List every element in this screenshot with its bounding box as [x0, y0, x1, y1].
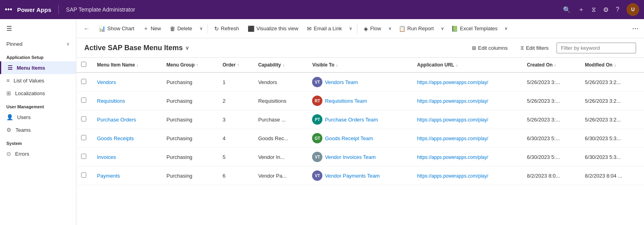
team-link[interactable]: Vendors Team — [325, 79, 358, 85]
run-report-dropdown[interactable]: ∨ — [438, 23, 446, 33]
filter-icon[interactable]: ⧖ — [592, 6, 596, 13]
cell-created-on: 5/26/2023 3:... — [522, 110, 580, 129]
table-row: Vendors Purchasing 1 Vendors VT Vendors … — [76, 72, 644, 92]
sidebar-item-users[interactable]: 👤 Users — [0, 111, 76, 123]
email-link-button[interactable]: ✉ Email a Link — [303, 23, 346, 34]
sidebar-item-list-of-values[interactable]: ≡ List of Values — [0, 74, 76, 87]
menu-item-link[interactable]: Invoices — [97, 154, 116, 160]
sidebar-toggle[interactable]: ☰ — [0, 19, 76, 38]
email-dropdown[interactable]: ∨ — [347, 23, 355, 33]
row-select-checkbox[interactable] — [81, 172, 86, 178]
menu-item-link[interactable]: Goods Receipts — [97, 135, 134, 141]
row-checkbox-cell[interactable] — [76, 110, 92, 129]
row-select-checkbox[interactable] — [81, 154, 86, 159]
row-checkbox-cell[interactable] — [76, 92, 92, 110]
sort-created-on: ↓ — [554, 63, 556, 67]
col-order[interactable]: Order ↑ — [218, 58, 253, 72]
header-checkbox-col[interactable] — [76, 58, 92, 72]
cell-modified-on: 6/30/2023 5:3... — [580, 148, 644, 166]
waffle-icon[interactable]: ••• — [5, 6, 12, 14]
row-select-checkbox[interactable] — [81, 116, 86, 121]
url-link[interactable]: https://apps.powerapps.com/play/ — [417, 80, 488, 85]
cell-modified-on: 5/26/2023 3:2... — [580, 92, 644, 110]
cell-capability: Vendor Pa... — [253, 166, 307, 185]
url-link[interactable]: https://apps.powerapps.com/play/ — [417, 173, 488, 179]
row-checkbox-cell[interactable] — [76, 129, 92, 148]
sidebar-menu-items-label: Menu Items — [17, 65, 45, 71]
sort-capability: ↓ — [283, 63, 285, 67]
edit-columns-button[interactable]: ⊞ Edit columns — [467, 43, 512, 53]
team-avatar: VT — [312, 170, 322, 181]
row-checkbox-cell[interactable] — [76, 166, 92, 185]
team-link[interactable]: Goods Receipt Team — [325, 135, 373, 141]
visualize-button[interactable]: ⬛ Visualize this view — [244, 23, 302, 34]
url-link[interactable]: https://apps.powerapps.com/play/ — [417, 136, 488, 141]
sidebar-item-localizations[interactable]: ⊞ Localizations — [0, 87, 76, 100]
cell-order: 1 — [218, 72, 253, 92]
col-menu-group[interactable]: Menu Group ↑ — [162, 58, 218, 72]
row-select-checkbox[interactable] — [81, 79, 86, 84]
flow-icon: ◈ — [364, 25, 368, 32]
team-link[interactable]: Vendor Invoices Team — [325, 154, 376, 160]
refresh-icon: ↻ — [214, 25, 219, 32]
menu-items-table: Menu Item Name ↓ Menu Group ↑ — [76, 58, 644, 185]
menu-item-link[interactable]: Requisitions — [97, 98, 125, 104]
cell-order: 3 — [218, 110, 253, 129]
flow-dropdown[interactable]: ∨ — [386, 23, 394, 33]
new-button[interactable]: ＋ New — [139, 23, 165, 35]
sidebar-item-teams[interactable]: ⚙ Teams — [0, 123, 76, 136]
run-report-button[interactable]: 📋 Run Report — [395, 23, 438, 34]
keyword-filter-input[interactable] — [557, 43, 636, 53]
col-capability[interactable]: Capability ↓ — [253, 58, 307, 72]
col-menu-item-name[interactable]: Menu Item Name ↓ — [92, 58, 162, 72]
user-avatar[interactable]: U — [627, 3, 639, 16]
row-checkbox-cell[interactable] — [76, 148, 92, 166]
run-report-icon: 📋 — [399, 25, 405, 32]
col-modified-on[interactable]: Modified On ↓ — [580, 58, 644, 72]
excel-dropdown[interactable]: ∨ — [502, 23, 510, 33]
table-row: Goods Receipts Purchasing 4 Goods Rec...… — [76, 129, 644, 148]
more-options-button[interactable]: ⋯ — [630, 22, 641, 35]
back-button[interactable]: ← — [80, 23, 94, 35]
sort-modified-on: ↓ — [614, 63, 616, 67]
col-application-url[interactable]: Application URL ↓ — [412, 58, 522, 72]
cell-menu-item-name: Payments — [92, 166, 162, 185]
select-all-checkbox[interactable] — [81, 62, 86, 67]
row-checkbox-cell[interactable] — [76, 72, 92, 92]
settings-icon[interactable]: ⚙ — [603, 6, 609, 14]
excel-templates-button[interactable]: 📗 Excel Templates — [447, 23, 501, 34]
cell-menu-group: Purchasing — [162, 92, 218, 110]
cell-application-url: https://apps.powerapps.com/play/ — [412, 166, 522, 185]
team-link[interactable]: Purchase Orders Team — [325, 117, 378, 123]
cell-menu-item-name: Goods Receipts — [92, 129, 162, 148]
team-link[interactable]: Requisitions Team — [325, 98, 367, 104]
search-icon[interactable]: 🔍 — [563, 6, 571, 14]
col-created-on[interactable]: Created On ↓ — [522, 58, 580, 72]
add-icon[interactable]: ＋ — [578, 6, 584, 14]
url-link[interactable]: https://apps.powerapps.com/play/ — [417, 98, 488, 104]
menu-item-link[interactable]: Purchase Orders — [97, 117, 136, 123]
app-brand[interactable]: Power Apps — [17, 6, 51, 13]
flow-button[interactable]: ◈ Flow — [360, 23, 385, 34]
sidebar-pinned[interactable]: Pinned ∨ — [0, 38, 76, 50]
row-select-checkbox[interactable] — [81, 135, 86, 140]
delete-button[interactable]: 🗑 Delete — [166, 23, 196, 34]
row-select-checkbox[interactable] — [81, 98, 86, 103]
sidebar-item-menu-items[interactable]: ☰ Menu Items — [0, 61, 76, 74]
team-link[interactable]: Vendor Payments Team — [325, 173, 380, 179]
refresh-button[interactable]: ↻ Refresh — [210, 23, 243, 34]
delete-dropdown[interactable]: ∨ — [197, 23, 205, 33]
sort-application-url: ↓ — [456, 63, 458, 67]
edit-filters-button[interactable]: ⧖ Edit filters — [516, 42, 553, 53]
url-link[interactable]: https://apps.powerapps.com/play/ — [417, 155, 488, 160]
users-icon: 👤 — [6, 114, 13, 120]
menu-item-link[interactable]: Payments — [97, 173, 120, 179]
help-icon[interactable]: ? — [616, 6, 619, 13]
menu-item-link[interactable]: Vendors — [97, 79, 116, 85]
col-visible-to[interactable]: Visible To ↓ — [307, 58, 412, 72]
sidebar-teams-label: Teams — [16, 127, 31, 133]
show-chart-button[interactable]: 📊 Show Chart — [95, 23, 138, 34]
sidebar-item-errors[interactable]: ⊙ Errors — [0, 147, 76, 160]
url-link[interactable]: https://apps.powerapps.com/play/ — [417, 117, 488, 123]
view-title[interactable]: Active SAP Base Menu Items ∨ — [84, 44, 189, 52]
